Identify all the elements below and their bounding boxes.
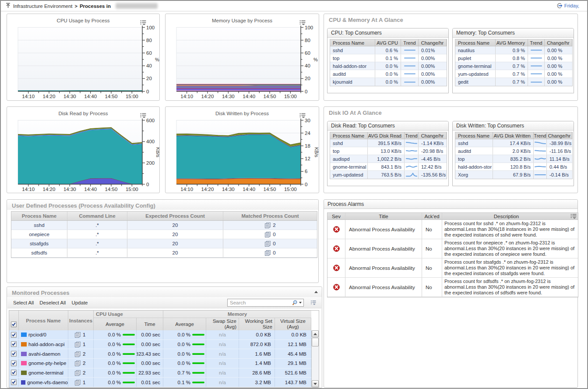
instances-popup-icon[interactable] xyxy=(74,351,81,357)
table-customizer-icon[interactable] xyxy=(570,213,577,219)
table-row[interactable]: sshd391.5 KB/s-1.14 KB/s xyxy=(330,139,447,147)
avg-value-cell: 0.9 % xyxy=(496,46,528,54)
svg-text:400: 400 xyxy=(146,139,155,144)
trend-sparkline xyxy=(535,172,546,178)
table-row[interactable]: yum-updatesd763.5 B/s-135.56 B/s xyxy=(330,171,447,179)
search-options-caret-icon[interactable] xyxy=(299,302,302,304)
collapse-panel-icon[interactable] xyxy=(314,291,318,293)
time-range-label: Friday, xyxy=(564,3,579,8)
column-header-mem-average: Average xyxy=(163,318,206,330)
deselect-all-button[interactable]: Deselect All xyxy=(39,300,66,305)
scroll-thumb[interactable] xyxy=(312,338,319,347)
process-row[interactable]: gnome-vfs-daemo10.0 %0.01 sec0.1 %n/a3.2… xyxy=(9,378,311,387)
process-row[interactable]: avahi-daemon20.0 %323.43 sec0.0 %n/a1.6 … xyxy=(9,349,311,359)
working-set-cell: 3.2 MB xyxy=(239,378,275,387)
table-row[interactable]: gedit0.7 %0.00 % xyxy=(455,78,572,86)
table-row[interactable]: top835.2 B/s11.14 B/s xyxy=(455,155,572,163)
row-checkbox[interactable] xyxy=(11,361,17,366)
instances-popup-icon[interactable] xyxy=(74,370,81,376)
table-row[interactable]: sdfsdfs.*200 xyxy=(11,248,317,258)
working-set-cell: 0.0 KB xyxy=(239,330,275,339)
alarm-row[interactable]: Abnormal Process AvailabilityNoProcess c… xyxy=(327,278,578,297)
table-row[interactable]: stsafgds.*200 xyxy=(11,239,317,248)
svg-text:14:30: 14:30 xyxy=(222,187,235,192)
table-row[interactable]: nautilus0.9 %0.00 % xyxy=(455,46,572,54)
average-value: 0.0 % xyxy=(108,380,121,385)
instances-popup-icon[interactable] xyxy=(264,240,271,247)
instances-popup-icon[interactable] xyxy=(74,379,81,385)
mem-average-cell: 0.0 % xyxy=(163,340,206,349)
row-checkbox[interactable] xyxy=(11,332,17,338)
trend-cell xyxy=(401,62,419,70)
table-row[interactable]: yum-updatesd0.7 %0.00 % xyxy=(455,70,572,78)
table-row[interactable]: sshd17.4 KB/s-38.99 B/s xyxy=(455,139,572,147)
table-row[interactable]: sshd.*202 xyxy=(11,221,317,230)
table-row[interactable]: hald-addon-stor120.8 B/s0.44 B/s xyxy=(455,163,572,171)
search-input[interactable] xyxy=(228,300,292,305)
table-row[interactable]: kjournald0.0 %0.00% xyxy=(330,78,447,86)
table-row[interactable]: onepiece.*200 xyxy=(11,230,317,239)
row-checkbox[interactable] xyxy=(11,370,17,375)
process-row[interactable]: rpciod/010.0 %0.00 sec0.0 %n/a0.0 KB0.0 … xyxy=(9,330,311,340)
up-level-icon[interactable] xyxy=(5,3,11,9)
instances-popup-icon[interactable] xyxy=(74,332,81,338)
search-icon[interactable] xyxy=(292,300,298,306)
row-checkbox[interactable] xyxy=(11,341,17,347)
series-band-darkred xyxy=(176,88,301,88)
scroll-down-button[interactable] xyxy=(312,380,319,387)
scroll-up-button[interactable] xyxy=(312,330,319,337)
process-row[interactable]: hald-addon-acpi10.0 %0.00 sec0.0 %n/a872… xyxy=(9,340,311,350)
trend-cell xyxy=(401,78,419,86)
instances-popup-icon[interactable] xyxy=(264,231,271,237)
matched-count-value: 2 xyxy=(273,223,275,228)
column-header-working-set-size: Working SetSize xyxy=(239,318,275,330)
instances-count: 1 xyxy=(83,342,85,347)
select-all-button[interactable]: Select All xyxy=(13,300,34,305)
chart-panel-cpu: CPU Usage by Process020406080100%14:1014… xyxy=(7,14,160,101)
instances-popup-icon[interactable] xyxy=(74,341,81,347)
time-cell: 22.93 sec xyxy=(137,368,163,378)
svg-text:12: 12 xyxy=(305,156,310,161)
instances-count: 1 xyxy=(83,332,85,337)
table-row[interactable]: auditd2.0 KB/s-11.16 B/s xyxy=(455,147,572,155)
process-row[interactable]: gnome-terminal20.0 %22.93 sec0.7 %n/a28.… xyxy=(9,368,311,378)
row-checkbox[interactable] xyxy=(11,351,17,357)
table-row[interactable]: gnome-terminal0.7 %0.00 % xyxy=(455,62,572,70)
table-row[interactable]: sshd0.6 %0.01% xyxy=(330,46,447,54)
breadcrumb-item-infrastructure-environment[interactable]: Infrastructure Environment xyxy=(13,4,73,9)
table-customizer-icon[interactable] xyxy=(310,300,317,307)
trend-cell xyxy=(534,147,547,155)
top-consumers-table: Process NameAVG Disk WrittenTrendChange/… xyxy=(455,132,573,179)
svg-text:20: 20 xyxy=(305,76,310,81)
instances-popup-icon[interactable] xyxy=(264,222,271,228)
alarm-row[interactable]: Abnormal Process AvailabilityNoProcess c… xyxy=(327,239,578,258)
table-row[interactable]: top13.0 KB/s-20.98 B/s xyxy=(330,147,447,155)
table-row[interactable]: Xorg67.9 B/s-0.14 B/s xyxy=(455,171,572,179)
row-checkbox-cell xyxy=(9,359,19,368)
monitored-toolbar: Select All Deselect All Update xyxy=(7,297,321,308)
instances-count: 1 xyxy=(83,380,85,385)
table-row[interactable]: puplet0.8 %0.00 % xyxy=(455,54,572,62)
process-row[interactable]: gnome-pty-helpe20.0 %0.00 sec0.0 %n/a1.4… xyxy=(9,359,311,368)
vertical-scrollbar[interactable] xyxy=(311,330,319,387)
table-row[interactable]: top0.1 %0.00% xyxy=(330,54,447,62)
table-row[interactable]: gnome-terminal843.1 B/s12.42 B/s xyxy=(330,163,447,171)
svg-text:14:30: 14:30 xyxy=(222,94,235,99)
time-range-selector[interactable]: Friday, xyxy=(556,3,579,9)
table-row[interactable]: audispd1,002.2 B/s-4.45 B/s xyxy=(330,155,447,163)
process-name-cell: auditd xyxy=(455,147,493,155)
update-button[interactable]: Update xyxy=(71,300,88,305)
avg-value-cell: 763.5 B/s xyxy=(368,171,405,179)
instances-popup-icon[interactable] xyxy=(74,360,81,366)
table-row[interactable]: auditd0.0 %0.00% xyxy=(330,70,447,78)
change-cell: 0.00 % xyxy=(545,62,572,70)
select-all-checkbox[interactable] xyxy=(11,322,17,327)
alarm-row[interactable]: Abnormal Process AvailabilityNoProcess c… xyxy=(327,220,578,239)
instances-popup-icon[interactable] xyxy=(264,250,271,256)
row-checkbox[interactable] xyxy=(11,379,17,385)
command-line-cell: .* xyxy=(67,230,127,239)
alarm-row[interactable]: Abnormal Process AvailabilityNoProcess c… xyxy=(327,258,578,278)
svg-text:14:10: 14:10 xyxy=(22,94,35,99)
trend-cell xyxy=(528,78,545,86)
table-row[interactable]: hald-addon-stor0.0 %0.00% xyxy=(330,62,447,70)
